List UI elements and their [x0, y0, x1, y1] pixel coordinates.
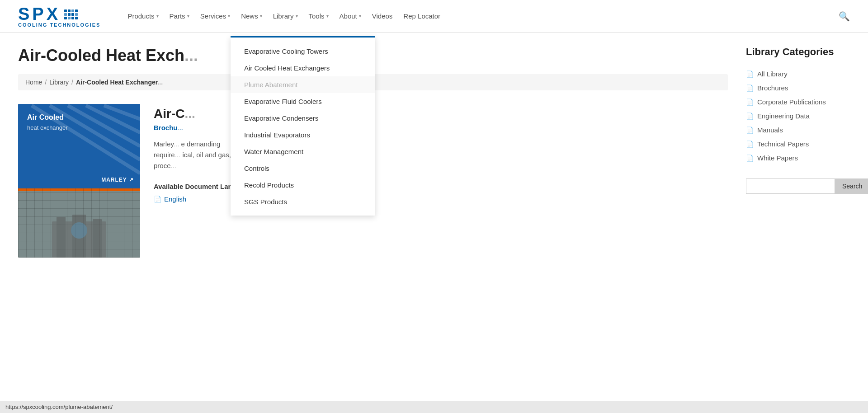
- document-icon: 📄: [746, 84, 754, 92]
- sidebar-item-label: Brochures: [757, 84, 788, 92]
- nav-videos[interactable]: Videos: [372, 10, 393, 22]
- nav-library[interactable]: Library ▾: [273, 10, 298, 22]
- svg-rect-6: [57, 217, 66, 258]
- sidebar-title: Library Categories: [746, 46, 850, 58]
- chevron-down-icon: ▾: [326, 14, 329, 19]
- logo-text: SPX: [18, 5, 100, 24]
- products-dropdown: Evaporative Cooling Towers Air Cooled He…: [231, 36, 375, 216]
- dropdown-item-evaporative-cooling-towers[interactable]: Evaporative Cooling Towers: [231, 43, 375, 60]
- search-button[interactable]: Search: [835, 178, 868, 194]
- document-icon: 📄: [746, 99, 754, 106]
- chevron-down-icon: ▾: [187, 14, 189, 19]
- site-header: SPX COOLING TECHNOLOGIES Products ▾ Part…: [0, 0, 868, 33]
- chevron-down-icon: ▾: [156, 14, 159, 19]
- article-image-bottom: [18, 188, 140, 258]
- main-container: Air-Cooled Heat Exch... Home / Library /…: [0, 33, 868, 285]
- nav-news[interactable]: News ▾: [241, 10, 262, 22]
- nav-parts[interactable]: Parts ▾: [170, 10, 189, 22]
- sidebar-item-label: Technical Papers: [757, 140, 809, 148]
- library-categories-list: 📄 All Library 📄 Brochures 📄 Corporate Pu…: [746, 67, 850, 165]
- sidebar-item-white-papers[interactable]: 📄 White Papers: [746, 151, 850, 165]
- sidebar-item-manuals[interactable]: 📄 Manuals: [746, 123, 850, 137]
- svg-rect-8: [93, 219, 102, 258]
- dropdown-item-sgs-products[interactable]: SGS Products: [231, 193, 375, 210]
- dropdown-item-evaporative-fluid-coolers[interactable]: Evaporative Fluid Coolers: [231, 93, 375, 110]
- nav-products[interactable]: Products ▾: [127, 10, 158, 22]
- marley-badge: MARLEY ↗: [101, 177, 134, 183]
- search-icon[interactable]: 🔍: [839, 11, 850, 22]
- sidebar-item-all-library[interactable]: 📄 All Library: [746, 67, 850, 81]
- dropdown-item-plume-abatement[interactable]: Plume Abatement: [231, 76, 375, 93]
- sidebar-item-corporate-publications[interactable]: 📄 Corporate Publications: [746, 95, 850, 109]
- sidebar-search: Search: [746, 178, 850, 194]
- chevron-down-icon: ▾: [296, 14, 298, 19]
- document-icon: 📄: [154, 196, 161, 203]
- sidebar-item-label: Engineering Data: [757, 112, 810, 120]
- document-icon: 📄: [746, 113, 754, 120]
- dropdown-item-air-cooled-heat-exchangers[interactable]: Air Cooled Heat Exchangers: [231, 60, 375, 76]
- sidebar-item-brochures[interactable]: 📄 Brochures: [746, 81, 850, 95]
- dropdown-item-controls[interactable]: Controls: [231, 160, 375, 177]
- nav-services[interactable]: Services ▾: [200, 10, 231, 22]
- chevron-down-icon: ▾: [228, 14, 230, 19]
- language-label: English: [164, 195, 186, 203]
- sidebar-item-label: Manuals: [757, 126, 783, 134]
- svg-point-9: [71, 222, 87, 239]
- dropdown-item-evaporative-condensers[interactable]: Evaporative Condensers: [231, 110, 375, 127]
- logo-icon: [64, 9, 78, 19]
- chevron-down-icon: ▾: [260, 14, 262, 19]
- document-icon: 📄: [746, 127, 754, 134]
- sidebar-item-technical-papers[interactable]: 📄 Technical Papers: [746, 137, 850, 151]
- sidebar-item-label: All Library: [757, 70, 788, 78]
- dropdown-item-recold-products[interactable]: Recold Products: [231, 177, 375, 193]
- breadcrumb-separator: /: [45, 79, 47, 86]
- breadcrumb-separator: /: [71, 79, 73, 86]
- main-nav: Products ▾ Parts ▾ Services ▾ News ▾ Lib…: [127, 10, 850, 22]
- sidebar-item-label: Corporate Publications: [757, 98, 826, 106]
- sidebar-item-engineering-data[interactable]: 📄 Engineering Data: [746, 109, 850, 123]
- nav-tools[interactable]: Tools ▾: [309, 10, 329, 22]
- breadcrumb-library[interactable]: Library: [49, 79, 69, 86]
- logo[interactable]: SPX COOLING TECHNOLOGIES: [18, 5, 100, 28]
- search-input[interactable]: [746, 178, 835, 194]
- breadcrumb-current: Air-Cooled Heat Exchanger...: [76, 79, 163, 86]
- dropdown-item-water-management[interactable]: Water Management: [231, 143, 375, 160]
- document-icon: 📄: [746, 141, 754, 148]
- article-image: Air Cooled heat exchanger MARLEY ↗: [18, 104, 140, 258]
- article-image-top: Air Cooled heat exchanger MARLEY ↗: [18, 104, 140, 188]
- sidebar: Library Categories 📄 All Library 📄 Broch…: [746, 46, 850, 271]
- logo-subtitle: COOLING TECHNOLOGIES: [18, 22, 100, 28]
- sidebar-item-label: White Papers: [757, 154, 798, 162]
- breadcrumb-home[interactable]: Home: [25, 79, 42, 86]
- document-icon: 📄: [746, 155, 754, 162]
- dropdown-item-industrial-evaporators[interactable]: Industrial Evaporators: [231, 127, 375, 143]
- nav-about[interactable]: About ▾: [340, 10, 361, 22]
- chevron-down-icon: ▾: [359, 14, 361, 19]
- nav-rep-locator[interactable]: Rep Locator: [403, 10, 440, 22]
- logo-spx-letters: SPX: [18, 5, 61, 24]
- document-icon: 📄: [746, 70, 754, 78]
